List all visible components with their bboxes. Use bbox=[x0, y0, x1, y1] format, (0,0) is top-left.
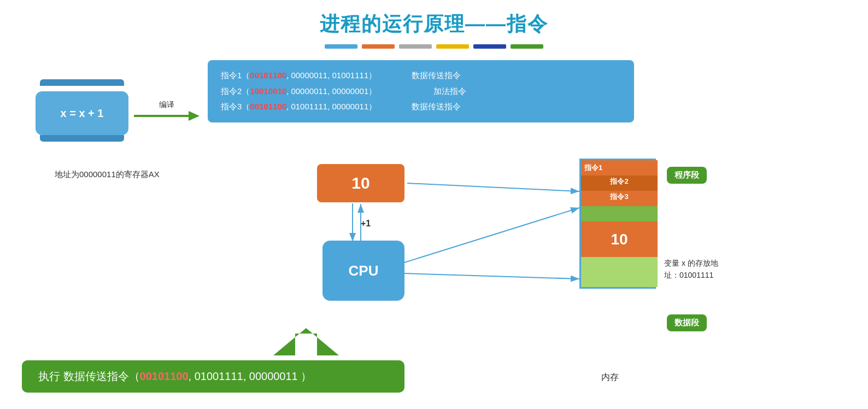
data-segment-label-container: 数据段 bbox=[667, 314, 707, 331]
legend-seg-5 bbox=[473, 44, 506, 49]
register-label: 地址为00000011的寄存器AX bbox=[55, 170, 160, 180]
program-segment-label: 程序段 bbox=[667, 167, 707, 184]
page-container: 进程的运行原理——指令 bbox=[0, 0, 868, 409]
legend-seg-3 bbox=[399, 44, 432, 49]
source-code-scroll: x = x + 1 bbox=[33, 79, 131, 134]
mem-instruction-2: 指令2 bbox=[581, 176, 658, 191]
compile-arrow-shape bbox=[134, 111, 200, 121]
register-value: 10 bbox=[351, 174, 370, 192]
svg-line-4 bbox=[407, 183, 579, 191]
data-segment-label: 数据段 bbox=[667, 314, 707, 331]
svg-line-5 bbox=[404, 208, 579, 262]
register-box: 10 bbox=[317, 164, 404, 202]
plus1-label: +1 bbox=[361, 219, 371, 229]
memory-label: 内存 bbox=[601, 372, 619, 383]
bottom-suffix: , 01001111, 00000011 ） bbox=[189, 370, 312, 382]
page-title: 进程的运行原理——指令 bbox=[22, 11, 846, 38]
compile-label: 编译 bbox=[159, 100, 174, 110]
bottom-red-code: 00101100 bbox=[140, 370, 189, 382]
compile-arrow: 编译 bbox=[134, 100, 200, 121]
cpu-box: CPU bbox=[322, 241, 404, 301]
mem-divider-1 bbox=[581, 206, 658, 221]
svg-marker-7 bbox=[273, 328, 339, 355]
legend-seg-1 bbox=[325, 44, 357, 49]
legend-seg-4 bbox=[436, 44, 469, 49]
legend-seg-6 bbox=[511, 44, 543, 49]
bottom-prefix: 执行 数据传送指令（ bbox=[38, 370, 140, 382]
mem-divider-2 bbox=[581, 257, 658, 287]
program-segment-label-container: 程序段 bbox=[667, 167, 707, 184]
legend-bar bbox=[22, 44, 846, 49]
mem-instruction-3: 指令3 bbox=[581, 191, 658, 206]
cpu-label: CPU bbox=[349, 262, 379, 279]
var-address-label: 变量 x 的存放地 址：01001111 bbox=[664, 257, 718, 282]
svg-line-6 bbox=[404, 273, 579, 279]
bottom-instruction-box: 执行 数据传送指令（00101100, 01001111, 00000011 ） bbox=[22, 360, 404, 393]
legend-seg-2 bbox=[362, 44, 395, 49]
instruction-line-3: 指令3（00101100, 01001111, 00000011） 数据传送指令 bbox=[221, 99, 621, 115]
mem-instruction-1: 指令1 bbox=[581, 160, 658, 176]
source-expression: x = x + 1 bbox=[36, 91, 128, 135]
instruction-line-1: 指令1（00101100, 00000011, 01001111） 数据传送指令 bbox=[221, 68, 621, 84]
mem-data-value: 10 bbox=[581, 221, 658, 257]
instruction-box: 指令1（00101100, 00000011, 01001111） 数据传送指令… bbox=[208, 60, 634, 122]
instruction-line-2: 指令2（10010010, 00000011, 00000001） 加法指令 bbox=[221, 84, 621, 100]
memory-block: 指令1 指令2 指令3 10 bbox=[579, 159, 656, 289]
